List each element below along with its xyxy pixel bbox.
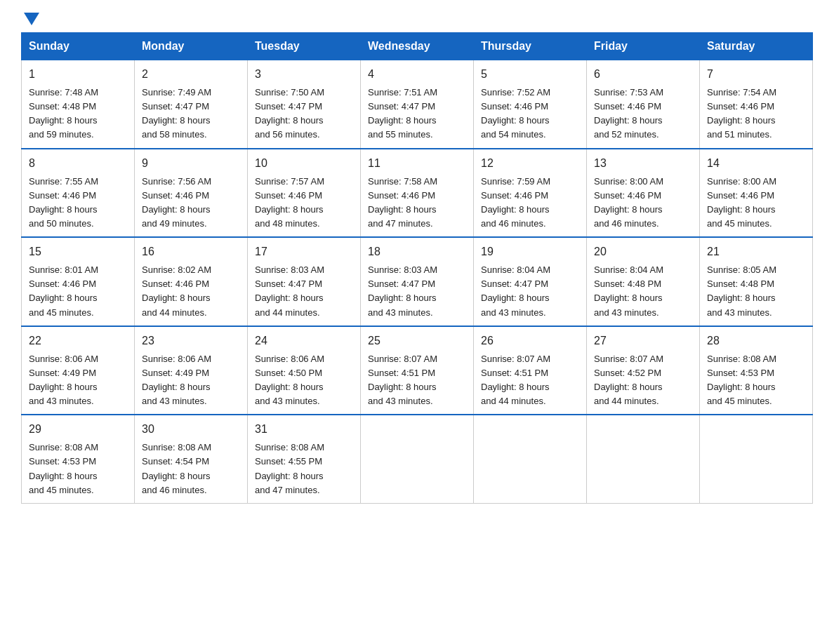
day-number: 4 (368, 66, 466, 83)
calendar-day-6: 6 Sunrise: 7:53 AMSunset: 4:46 PMDayligh… (587, 60, 700, 149)
day-info: Sunrise: 8:04 AMSunset: 4:48 PMDaylight:… (594, 264, 663, 317)
day-info: Sunrise: 7:58 AMSunset: 4:46 PMDaylight:… (368, 176, 437, 229)
calendar-day-24: 24 Sunrise: 8:06 AMSunset: 4:50 PMDaylig… (248, 326, 361, 415)
day-number: 19 (481, 243, 579, 260)
day-number: 28 (707, 333, 805, 349)
calendar-day-18: 18 Sunrise: 8:03 AMSunset: 4:47 PMDaylig… (361, 237, 474, 326)
day-info: Sunrise: 7:51 AMSunset: 4:47 PMDaylight:… (368, 87, 437, 140)
calendar-day-4: 4 Sunrise: 7:51 AMSunset: 4:47 PMDayligh… (361, 60, 474, 149)
day-number: 26 (481, 333, 579, 349)
day-info: Sunrise: 8:07 AMSunset: 4:51 PMDaylight:… (368, 354, 437, 406)
day-number: 8 (29, 155, 127, 172)
calendar-day-2: 2 Sunrise: 7:49 AMSunset: 4:47 PMDayligh… (135, 60, 248, 149)
day-info: Sunrise: 8:00 AMSunset: 4:46 PMDaylight:… (594, 176, 663, 229)
calendar-week-4: 22 Sunrise: 8:06 AMSunset: 4:49 PMDaylig… (22, 326, 813, 415)
day-info: Sunrise: 7:48 AMSunset: 4:48 PMDaylight:… (29, 87, 98, 140)
day-info: Sunrise: 7:53 AMSunset: 4:46 PMDaylight:… (594, 87, 663, 140)
day-number: 1 (29, 66, 127, 83)
calendar-week-2: 8 Sunrise: 7:55 AMSunset: 4:46 PMDayligh… (22, 149, 813, 238)
day-number: 14 (707, 155, 805, 172)
empty-cell (474, 415, 587, 503)
calendar-day-29: 29 Sunrise: 8:08 AMSunset: 4:53 PMDaylig… (22, 415, 135, 503)
day-info: Sunrise: 7:57 AMSunset: 4:46 PMDaylight:… (255, 176, 324, 229)
calendar-day-22: 22 Sunrise: 8:06 AMSunset: 4:49 PMDaylig… (22, 326, 135, 415)
day-number: 29 (29, 421, 127, 438)
day-info: Sunrise: 8:03 AMSunset: 4:47 PMDaylight:… (368, 264, 437, 317)
calendar-day-23: 23 Sunrise: 8:06 AMSunset: 4:49 PMDaylig… (135, 326, 248, 415)
day-number: 11 (368, 155, 466, 172)
day-number: 20 (594, 243, 692, 260)
day-number: 17 (255, 243, 353, 260)
calendar-day-17: 17 Sunrise: 8:03 AMSunset: 4:47 PMDaylig… (248, 237, 361, 326)
day-number: 15 (29, 243, 127, 260)
calendar-day-12: 12 Sunrise: 7:59 AMSunset: 4:46 PMDaylig… (474, 149, 587, 238)
logo-arrow-icon (24, 13, 39, 25)
calendar-day-28: 28 Sunrise: 8:08 AMSunset: 4:53 PMDaylig… (700, 326, 813, 415)
day-info: Sunrise: 7:54 AMSunset: 4:46 PMDaylight:… (707, 87, 776, 140)
day-info: Sunrise: 7:56 AMSunset: 4:46 PMDaylight:… (142, 176, 211, 229)
calendar-day-8: 8 Sunrise: 7:55 AMSunset: 4:46 PMDayligh… (22, 149, 135, 238)
day-header-tuesday: Tuesday (248, 33, 361, 60)
day-info: Sunrise: 7:59 AMSunset: 4:46 PMDaylight:… (481, 176, 550, 229)
empty-cell (361, 415, 474, 503)
calendar-day-20: 20 Sunrise: 8:04 AMSunset: 4:48 PMDaylig… (587, 237, 700, 326)
day-header-saturday: Saturday (700, 33, 813, 60)
day-number: 10 (255, 155, 353, 172)
day-info: Sunrise: 8:08 AMSunset: 4:55 PMDaylight:… (255, 442, 324, 495)
calendar-day-13: 13 Sunrise: 8:00 AMSunset: 4:46 PMDaylig… (587, 149, 700, 238)
day-number: 27 (594, 333, 692, 349)
day-info: Sunrise: 8:06 AMSunset: 4:49 PMDaylight:… (142, 354, 211, 406)
day-info: Sunrise: 8:06 AMSunset: 4:50 PMDaylight:… (255, 354, 324, 406)
day-header-thursday: Thursday (474, 33, 587, 60)
day-info: Sunrise: 8:03 AMSunset: 4:47 PMDaylight:… (255, 264, 324, 317)
day-header-sunday: Sunday (22, 33, 135, 60)
calendar-day-1: 1 Sunrise: 7:48 AMSunset: 4:48 PMDayligh… (22, 60, 135, 149)
day-info: Sunrise: 8:06 AMSunset: 4:49 PMDaylight:… (29, 354, 98, 406)
day-number: 23 (142, 333, 240, 349)
day-info: Sunrise: 8:02 AMSunset: 4:46 PMDaylight:… (142, 264, 211, 317)
svg-marker-0 (24, 13, 39, 25)
day-info: Sunrise: 8:01 AMSunset: 4:46 PMDaylight:… (29, 264, 98, 317)
day-info: Sunrise: 8:08 AMSunset: 4:53 PMDaylight:… (29, 442, 98, 495)
calendar-day-9: 9 Sunrise: 7:56 AMSunset: 4:46 PMDayligh… (135, 149, 248, 238)
day-header-friday: Friday (587, 33, 700, 60)
day-info: Sunrise: 8:05 AMSunset: 4:48 PMDaylight:… (707, 264, 776, 317)
day-number: 18 (368, 243, 466, 260)
calendar-day-10: 10 Sunrise: 7:57 AMSunset: 4:46 PMDaylig… (248, 149, 361, 238)
calendar-week-1: 1 Sunrise: 7:48 AMSunset: 4:48 PMDayligh… (22, 60, 813, 149)
day-number: 12 (481, 155, 579, 172)
day-number: 13 (594, 155, 692, 172)
day-info: Sunrise: 8:07 AMSunset: 4:51 PMDaylight:… (481, 354, 550, 406)
calendar-day-7: 7 Sunrise: 7:54 AMSunset: 4:46 PMDayligh… (700, 60, 813, 149)
day-info: Sunrise: 7:50 AMSunset: 4:47 PMDaylight:… (255, 87, 324, 140)
day-header-wednesday: Wednesday (361, 33, 474, 60)
day-number: 31 (255, 421, 353, 438)
calendar-day-21: 21 Sunrise: 8:05 AMSunset: 4:48 PMDaylig… (700, 237, 813, 326)
calendar-day-25: 25 Sunrise: 8:07 AMSunset: 4:51 PMDaylig… (361, 326, 474, 415)
day-number: 16 (142, 243, 240, 260)
day-info: Sunrise: 7:55 AMSunset: 4:46 PMDaylight:… (29, 176, 98, 229)
day-info: Sunrise: 8:04 AMSunset: 4:47 PMDaylight:… (481, 264, 550, 317)
day-number: 30 (142, 421, 240, 438)
empty-cell (700, 415, 813, 503)
calendar-day-5: 5 Sunrise: 7:52 AMSunset: 4:46 PMDayligh… (474, 60, 587, 149)
day-number: 2 (142, 66, 240, 83)
calendar-day-27: 27 Sunrise: 8:07 AMSunset: 4:52 PMDaylig… (587, 326, 700, 415)
calendar-week-5: 29 Sunrise: 8:08 AMSunset: 4:53 PMDaylig… (22, 415, 813, 503)
day-info: Sunrise: 8:08 AMSunset: 4:53 PMDaylight:… (707, 354, 776, 406)
day-number: 24 (255, 333, 353, 349)
page-header (21, 14, 813, 25)
day-info: Sunrise: 8:08 AMSunset: 4:54 PMDaylight:… (142, 442, 211, 495)
day-number: 22 (29, 333, 127, 349)
calendar-day-15: 15 Sunrise: 8:01 AMSunset: 4:46 PMDaylig… (22, 237, 135, 326)
calendar-day-26: 26 Sunrise: 8:07 AMSunset: 4:51 PMDaylig… (474, 326, 587, 415)
day-number: 6 (594, 66, 692, 83)
calendar-day-19: 19 Sunrise: 8:04 AMSunset: 4:47 PMDaylig… (474, 237, 587, 326)
calendar-header-row: SundayMondayTuesdayWednesdayThursdayFrid… (22, 33, 813, 60)
day-number: 25 (368, 333, 466, 349)
day-info: Sunrise: 7:52 AMSunset: 4:46 PMDaylight:… (481, 87, 550, 140)
calendar-day-31: 31 Sunrise: 8:08 AMSunset: 4:55 PMDaylig… (248, 415, 361, 503)
logo-text (21, 14, 39, 25)
calendar-week-3: 15 Sunrise: 8:01 AMSunset: 4:46 PMDaylig… (22, 237, 813, 326)
calendar-table: SundayMondayTuesdayWednesdayThursdayFrid… (21, 32, 813, 504)
